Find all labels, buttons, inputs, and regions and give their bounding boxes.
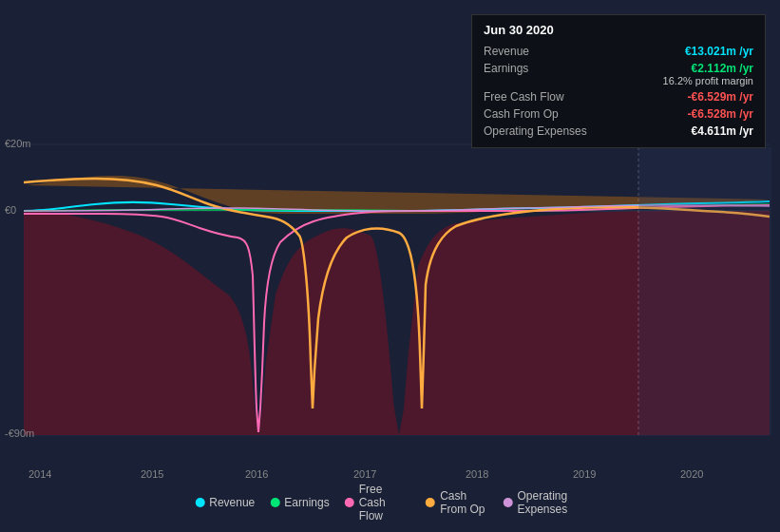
x-label-2018: 2018 — [466, 468, 488, 480]
tooltip-value-revenue: €13.021m /yr — [685, 45, 753, 58]
legend-label-fcf: Free Cash Flow — [359, 483, 411, 522]
tooltip-row-fcf: Free Cash Flow -€6.529m /yr — [484, 88, 753, 105]
legend-dot-earnings — [270, 498, 279, 507]
tooltip-box: Jun 30 2020 Revenue €13.021m /yr Earning… — [471, 14, 766, 148]
tooltip-value-fcf: -€6.529m /yr — [688, 90, 753, 104]
tooltip-profit-margin: 16.2% profit margin — [484, 75, 753, 86]
x-label-2016: 2016 — [245, 468, 268, 480]
tooltip-label-revenue: Revenue — [484, 45, 529, 58]
y-label-0: €0 — [5, 204, 16, 216]
legend-dot-revenue — [195, 498, 204, 507]
tooltip-label-opex: Operating Expenses — [484, 124, 587, 138]
legend-label-revenue: Revenue — [209, 496, 255, 509]
x-label-2019: 2019 — [573, 468, 596, 480]
chart-legend: Revenue Earnings Free Cash Flow Cash Fro… — [195, 483, 585, 522]
legend-item-earnings[interactable]: Earnings — [270, 496, 329, 509]
tooltip-value-earnings: €2.112m /yr — [692, 62, 753, 75]
x-label-2020: 2020 — [680, 468, 703, 480]
tooltip-value-opex: €4.611m /yr — [692, 124, 753, 138]
tooltip-row-revenue: Revenue €13.021m /yr — [484, 43, 753, 60]
legend-item-revenue[interactable]: Revenue — [195, 496, 255, 509]
tooltip-value-cashfromop: -€6.528m /yr — [688, 107, 753, 121]
tooltip-date: Jun 30 2020 — [484, 23, 753, 37]
legend-label-earnings: Earnings — [284, 496, 329, 509]
tooltip-row-opex: Operating Expenses €4.611m /yr — [484, 123, 753, 140]
legend-dot-fcf — [345, 498, 354, 507]
legend-dot-opex — [503, 498, 512, 507]
tooltip-label-fcf: Free Cash Flow — [484, 90, 564, 104]
tooltip-row-cashfromop: Cash From Op -€6.528m /yr — [484, 105, 753, 123]
x-label-2014: 2014 — [29, 468, 51, 480]
y-label-20m: €20m — [5, 138, 31, 149]
chart-container: Jun 30 2020 Revenue €13.021m /yr Earning… — [0, 0, 780, 532]
tooltip-label-cashfromop: Cash From Op — [484, 107, 559, 121]
legend-label-cashfromop: Cash From Op — [440, 489, 487, 516]
x-label-2015: 2015 — [141, 468, 163, 480]
x-label-2017: 2017 — [353, 468, 376, 480]
legend-dot-cashfromop — [426, 498, 435, 507]
legend-item-fcf[interactable]: Free Cash Flow — [345, 483, 411, 522]
svg-rect-5 — [638, 147, 771, 435]
y-label-90m: -€90m — [5, 428, 34, 439]
legend-label-opex: Operating Expenses — [517, 489, 584, 516]
legend-item-cashfromop[interactable]: Cash From Op — [426, 489, 487, 516]
legend-item-opex[interactable]: Operating Expenses — [503, 489, 584, 516]
tooltip-label-earnings: Earnings — [484, 62, 528, 75]
